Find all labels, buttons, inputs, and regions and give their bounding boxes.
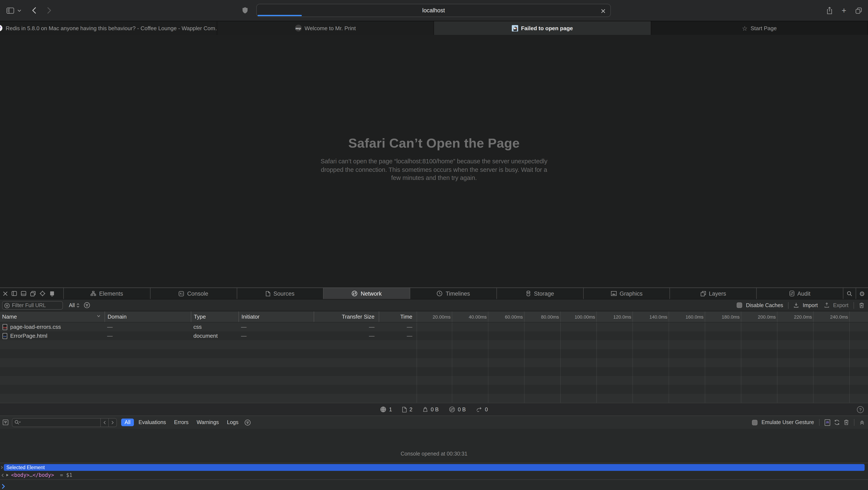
- console-prompt[interactable]: [2, 484, 868, 489]
- import-icon[interactable]: [794, 302, 799, 308]
- search-previous-button[interactable]: [100, 418, 108, 427]
- console-opened-message: Console opened at 00:30:31: [0, 429, 868, 457]
- new-tab-icon[interactable]: +: [842, 6, 846, 15]
- tab-label: Storage: [534, 290, 554, 297]
- tab-start-page[interactable]: ☆ Start Page: [651, 21, 868, 35]
- clear-network-icon[interactable]: [859, 302, 864, 308]
- request-name: ErrorPage.html: [0, 332, 104, 340]
- help-button[interactable]: ?: [857, 406, 864, 413]
- inspector-tab-audit[interactable]: Audit: [757, 288, 843, 299]
- emulate-user-gesture-checkbox[interactable]: [752, 420, 758, 425]
- sidebar-toggle-icon[interactable]: [5, 4, 15, 17]
- console-entry-row[interactable]: <body>…</body> = $1: [0, 471, 868, 479]
- tab-label: Start Page: [751, 25, 777, 31]
- column-initiator[interactable]: Initiator: [239, 311, 314, 322]
- tab-mr-print[interactable]: mrp Welcome to Mr. Print: [217, 21, 434, 35]
- js-file-icon[interactable]: JS: [825, 419, 830, 426]
- network-filter-field[interactable]: [2, 301, 63, 310]
- transferred-size: 0 B: [449, 406, 466, 412]
- weight-icon: [423, 407, 428, 412]
- console-actions: Emulate User Gesture JS: [752, 419, 868, 426]
- import-label[interactable]: Import: [803, 302, 818, 308]
- inspector-tab-elements[interactable]: Elements: [64, 288, 151, 299]
- tab-overview-icon[interactable]: [855, 7, 862, 14]
- device-icon[interactable]: [49, 291, 55, 296]
- reveal-element-icon[interactable]: [1, 473, 4, 477]
- inspector-tab-network[interactable]: Network: [324, 288, 410, 299]
- disable-caches-checkbox[interactable]: [737, 302, 742, 308]
- network-filter-input[interactable]: [12, 302, 62, 308]
- selected-element-row[interactable]: Selected Element: [0, 464, 868, 471]
- elements-icon: [91, 291, 96, 296]
- transfer-icon: [449, 406, 455, 412]
- url-bar[interactable]: localhost: [256, 4, 611, 17]
- column-domain[interactable]: Domain: [104, 311, 191, 322]
- console-scope-bar: All Evaluations Errors Warnings Logs: [121, 419, 242, 426]
- inspector-tab-sources[interactable]: Sources: [237, 288, 324, 299]
- console-search-field[interactable]: [12, 418, 117, 427]
- element-preview: <body>…</body>: [11, 472, 54, 478]
- storage-icon: [526, 290, 531, 296]
- column-type[interactable]: Type: [191, 311, 239, 322]
- inspector-tab-console[interactable]: Console: [151, 288, 237, 299]
- inspector-tab-layers[interactable]: Layers: [670, 288, 757, 299]
- wappler-favicon: [0, 25, 3, 31]
- inspector-tab-timelines[interactable]: Timelines: [410, 288, 497, 299]
- clear-console-icon[interactable]: [844, 420, 849, 425]
- export-label[interactable]: Export: [833, 302, 848, 308]
- timeline-tick: 220.0ms: [786, 311, 812, 322]
- scope-all[interactable]: All: [121, 419, 134, 426]
- inspector-tab-storage[interactable]: Storage: [497, 288, 584, 299]
- timeline-tick: 180.0ms: [714, 311, 740, 322]
- table-row[interactable]: css page-load-errors.css — css — — —: [0, 322, 868, 332]
- expand-triangle-icon[interactable]: [6, 474, 8, 477]
- scope-errors[interactable]: Errors: [170, 419, 192, 426]
- tab-label: Console: [187, 290, 208, 297]
- column-transfer-size[interactable]: Transfer Size: [314, 311, 379, 322]
- tab-label: Graphics: [620, 290, 643, 297]
- request-initiator: —: [239, 322, 314, 332]
- tab-failed-to-open[interactable]: Failed to open page: [434, 21, 651, 35]
- error-page: Safari Can’t Open the Page Safari can’t …: [0, 35, 868, 288]
- scope-logs[interactable]: Logs: [224, 419, 242, 426]
- scope-evaluations[interactable]: Evaluations: [135, 419, 169, 426]
- inspector-settings-button[interactable]: ⚙: [856, 288, 868, 299]
- page-load-progress-bar: [257, 15, 302, 16]
- share-icon[interactable]: [826, 7, 833, 14]
- export-icon[interactable]: [824, 302, 829, 308]
- console-filter-icon[interactable]: [244, 419, 251, 426]
- tab-wappler-forum[interactable]: Redis in 5.8.0 on Mac anyone having this…: [0, 21, 217, 35]
- stop-loading-button[interactable]: [600, 8, 606, 14]
- forward-button[interactable]: [44, 4, 54, 17]
- back-button[interactable]: [29, 4, 39, 17]
- layers-icon: [700, 291, 706, 296]
- column-name[interactable]: Name: [0, 311, 104, 322]
- dock-side-icon[interactable]: [11, 291, 17, 296]
- column-time[interactable]: Time: [379, 311, 416, 322]
- type-filter-menu-icon[interactable]: [84, 302, 90, 308]
- search-next-button[interactable]: [108, 418, 117, 427]
- collapse-console-icon[interactable]: [860, 420, 865, 425]
- inspector-search-button[interactable]: [843, 288, 856, 299]
- type-filter-label: All: [69, 302, 75, 308]
- timeline-tick: 140.0ms: [642, 311, 668, 322]
- undock-icon[interactable]: [30, 291, 36, 296]
- console-prompt-panel-icon[interactable]: [3, 420, 8, 425]
- dock-bottom-icon[interactable]: [21, 291, 26, 296]
- element-picker-icon[interactable]: [39, 290, 45, 296]
- table-row[interactable]: <> ErrorPage.html — document — — —: [0, 332, 868, 340]
- tab-label: Elements: [99, 290, 123, 297]
- empty-row: [0, 367, 868, 376]
- privacy-shield-icon[interactable]: [242, 7, 248, 14]
- request-transfer-size: —: [314, 322, 379, 332]
- reload-icon[interactable]: [834, 420, 840, 425]
- scope-warnings[interactable]: Warnings: [193, 419, 222, 426]
- request-type: document: [191, 332, 239, 340]
- sidebar-chevron-down-icon[interactable]: [16, 4, 23, 17]
- resource-type-filter[interactable]: All: [69, 302, 80, 308]
- close-inspector-icon[interactable]: [3, 291, 8, 296]
- timeline-tick: 20.00ms: [425, 311, 451, 322]
- empty-row: [0, 340, 868, 349]
- console-search-input[interactable]: [21, 420, 100, 425]
- inspector-tab-graphics[interactable]: Graphics: [583, 288, 670, 299]
